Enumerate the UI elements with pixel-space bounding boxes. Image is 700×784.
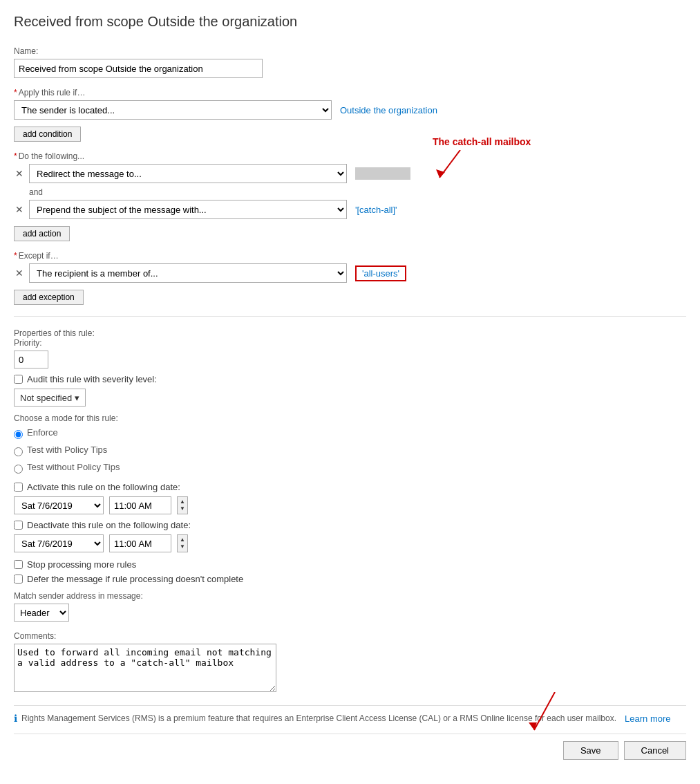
except-if-dropdown[interactable]: The recipient is a member of... — [29, 263, 347, 283]
svg-line-2 — [534, 692, 555, 730]
enforce-radio[interactable] — [14, 430, 23, 439]
mode-label: Choose a mode for this rule: — [14, 413, 686, 423]
activate-time-input[interactable] — [109, 496, 171, 514]
remove-exception-btn[interactable]: ✕ — [14, 268, 25, 279]
outside-org-link[interactable]: Outside the organization — [340, 105, 437, 115]
activate-date-select[interactable]: Sat 7/6/2019 — [14, 496, 104, 514]
stop-processing-checkbox[interactable] — [14, 560, 23, 569]
catch-all-annotation: The catch-all mailbox — [433, 136, 531, 147]
section-divider — [14, 316, 686, 317]
learn-more-link[interactable]: Learn more — [625, 713, 670, 724]
catch-all-link[interactable]: '[catch-all]' — [355, 205, 397, 215]
severity-value: Not specified — [20, 393, 72, 403]
policy-tips-radio[interactable] — [14, 447, 23, 456]
add-exception-button[interactable]: add exception — [14, 290, 84, 305]
comments-textarea[interactable] — [14, 644, 276, 692]
apply-if-dropdown[interactable]: The sender is located... — [14, 100, 332, 120]
activate-checkbox[interactable] — [14, 483, 23, 492]
deactivate-time-spinner[interactable]: ▲ ▼ — [177, 534, 188, 552]
catch-all-arrow — [433, 150, 474, 185]
cancel-button[interactable]: Cancel — [624, 741, 686, 760]
save-button[interactable]: Save — [563, 741, 618, 760]
do-following-label: Do the following... — [14, 151, 686, 161]
all-users-value[interactable]: 'all-users' — [355, 265, 406, 281]
severity-chevron: ▾ — [75, 393, 79, 403]
no-policy-radio[interactable] — [14, 465, 23, 474]
apply-if-label: Apply this rule if… — [14, 88, 686, 97]
action2-dropdown[interactable]: Prepend the subject of the message with.… — [29, 200, 347, 219]
defer-checkbox[interactable] — [14, 575, 23, 584]
page-title: Received from scope Outside the organiza… — [14, 14, 686, 30]
header-select[interactable]: Header — [14, 604, 69, 622]
save-arrow — [493, 692, 576, 740]
and-label: and — [29, 187, 410, 197]
remove-action2-btn[interactable]: ✕ — [14, 204, 25, 215]
redirect-placeholder — [355, 167, 410, 180]
name-input[interactable] — [14, 59, 263, 78]
priority-input[interactable] — [14, 351, 48, 368]
no-policy-label: Test without Policy Tips — [27, 462, 120, 472]
deactivate-checkbox[interactable] — [14, 521, 23, 530]
deactivate-time-input[interactable] — [109, 534, 171, 552]
priority-label: Priority: — [14, 338, 686, 348]
deactivate-label: Deactivate this rule on the following da… — [27, 520, 191, 530]
properties-label: Properties of this rule: — [14, 328, 95, 338]
bottom-bar: Save Cancel — [14, 734, 686, 760]
action1-dropdown[interactable]: Redirect the message to... — [29, 164, 347, 183]
audit-label: Audit this rule with severity level: — [27, 374, 157, 384]
activate-label: Activate this rule on the following date… — [27, 482, 180, 492]
stop-processing-label: Stop processing more rules — [27, 559, 136, 570]
activate-time-spinner[interactable]: ▲ ▼ — [177, 496, 188, 514]
severity-dropdown[interactable]: Not specified ▾ — [14, 389, 86, 407]
comments-label: Comments: — [14, 631, 686, 641]
deactivate-date-select[interactable]: Sat 7/6/2019 — [14, 534, 104, 552]
defer-label: Defer the message if rule processing doe… — [27, 574, 243, 584]
except-if-label: Except if… — [14, 251, 686, 261]
info-icon: ℹ — [14, 713, 17, 724]
svg-marker-1 — [436, 169, 445, 178]
enforce-label: Enforce — [27, 427, 58, 438]
match-sender-label: Match sender address in message: — [14, 591, 686, 601]
audit-checkbox[interactable] — [14, 375, 23, 384]
remove-action1-btn[interactable]: ✕ — [14, 168, 25, 179]
name-label: Name: — [14, 46, 686, 56]
info-bar: ℹ Rights Management Services (RMS) is a … — [14, 705, 686, 731]
policy-tips-label: Test with Policy Tips — [27, 445, 107, 455]
add-condition-button[interactable]: add condition — [14, 127, 81, 142]
add-action-button[interactable]: add action — [14, 226, 70, 241]
